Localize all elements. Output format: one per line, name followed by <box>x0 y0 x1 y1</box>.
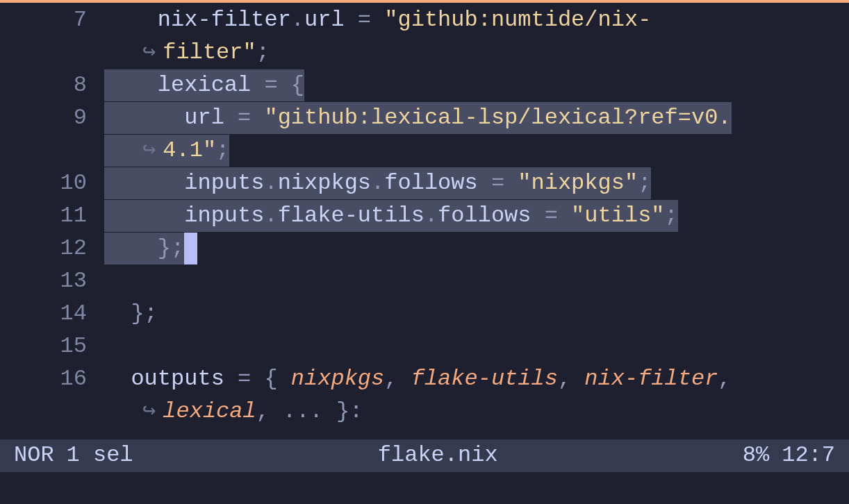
code-token <box>104 363 131 395</box>
code-token: ... <box>283 396 323 428</box>
code-line[interactable]: 13 <box>0 265 849 298</box>
code-token: url <box>184 102 238 134</box>
code-token: ; <box>256 37 270 69</box>
code-token <box>397 363 411 395</box>
code-line[interactable]: 8 lexical = { <box>0 69 849 102</box>
line-content[interactable]: outputs = { nixpkgs, flake-utils, nix-fi… <box>104 363 849 395</box>
code-token: { <box>264 363 277 395</box>
code-token: = <box>545 200 558 232</box>
code-token: , <box>558 363 571 395</box>
code-token <box>104 298 131 330</box>
code-token <box>251 102 264 134</box>
code-token: url <box>304 4 358 36</box>
code-token: ; <box>638 167 651 199</box>
code-token: nix-filter <box>158 4 291 36</box>
code-line[interactable]: 14 }; <box>0 298 849 330</box>
code-line[interactable]: 11 inputs.flake-utils.follows = "utils"; <box>0 200 849 233</box>
editor-mode: NOR <box>14 439 54 471</box>
code-token: = <box>264 69 277 101</box>
code-token <box>104 167 184 199</box>
code-token <box>104 4 158 36</box>
code-token <box>558 200 571 232</box>
line-content[interactable]: url = "github:lexical-lsp/lexical?ref=v0… <box>104 102 849 134</box>
line-content[interactable]: }; <box>104 298 849 330</box>
code-line[interactable]: 10 inputs.nixpkgs.follows = "nixpkgs"; <box>0 167 849 200</box>
code-token: inputs <box>184 200 264 232</box>
code-token: . <box>264 167 277 199</box>
code-token: { <box>291 69 304 101</box>
code-token: nix-filter <box>584 363 718 395</box>
wrap-indicator-icon: ↪ <box>104 396 163 428</box>
code-token: . <box>291 4 304 36</box>
code-token <box>104 200 184 232</box>
code-token: nixpkgs <box>291 363 384 395</box>
line-content[interactable]: ↪lexical, ... }: <box>104 396 849 428</box>
code-line[interactable]: ↪4.1"; <box>0 135 849 167</box>
code-token: , <box>256 396 270 428</box>
line-number: 10 <box>0 167 104 199</box>
code-line[interactable]: 15 <box>0 330 849 363</box>
line-number: 14 <box>0 298 104 330</box>
line-content[interactable]: ↪filter"; <box>104 37 849 69</box>
line-number: 11 <box>0 200 104 232</box>
code-token <box>278 69 291 101</box>
code-token: follows <box>438 200 545 232</box>
code-token: = <box>238 363 251 395</box>
status-bar: NOR 1 sel flake.nix 8% 12:7 <box>0 439 849 472</box>
line-number: 9 <box>0 102 104 134</box>
command-line-area[interactable] <box>0 472 849 504</box>
code-token: }; <box>131 298 157 330</box>
code-token: "nixpkgs" <box>518 167 638 199</box>
code-token: flake-utils <box>411 363 558 395</box>
code-token: 4.1" <box>163 135 216 167</box>
line-content[interactable]: }; <box>104 233 849 264</box>
code-token: filter" <box>163 37 256 69</box>
code-line[interactable]: 9 url = "github:lexical-lsp/lexical?ref=… <box>0 102 849 135</box>
code-token: } <box>158 233 171 264</box>
line-content[interactable]: nix-filter.url = "github:numtide/nix- <box>104 4 849 36</box>
code-token: = <box>238 102 251 134</box>
line-content[interactable]: ↪4.1"; <box>104 135 849 167</box>
code-token <box>504 167 518 199</box>
code-token <box>270 396 283 428</box>
code-token <box>278 363 291 395</box>
code-line[interactable]: 12 }; <box>0 233 849 265</box>
line-number: 13 <box>0 265 104 297</box>
code-line[interactable]: ↪lexical, ... }: <box>0 396 849 428</box>
line-number: 16 <box>0 363 104 395</box>
code-token: lexical <box>163 396 256 428</box>
selection-count: 1 sel <box>67 439 133 471</box>
line-content[interactable]: inputs.flake-utils.follows = "utils"; <box>104 200 849 232</box>
code-token: . <box>264 200 277 232</box>
scroll-percent: 8% <box>743 439 769 471</box>
code-token: . <box>424 200 438 232</box>
wrap-indicator-icon: ↪ <box>104 135 163 167</box>
code-token <box>251 363 264 395</box>
code-token: ; <box>216 135 229 167</box>
code-token <box>104 69 158 101</box>
filename: flake.nix <box>378 442 498 468</box>
code-token: = <box>358 4 371 36</box>
line-number: 15 <box>0 330 104 362</box>
code-token: ; <box>665 200 678 232</box>
code-token <box>571 363 584 395</box>
cursor-position: 12:7 <box>782 439 835 471</box>
code-token: lexical <box>158 69 265 101</box>
code-token: "utils" <box>571 200 664 232</box>
line-content[interactable]: inputs.nixpkgs.follows = "nixpkgs"; <box>104 167 849 199</box>
code-line[interactable]: 16 outputs = { nixpkgs, flake-utils, nix… <box>0 363 849 396</box>
code-token: ; <box>171 233 184 264</box>
cursor <box>184 233 197 264</box>
line-content[interactable]: lexical = { <box>104 69 849 101</box>
code-token: nixpkgs <box>278 167 371 199</box>
code-editor[interactable]: 7 nix-filter.url = "github:numtide/nix- … <box>0 3 849 428</box>
line-number: 7 <box>0 4 104 36</box>
code-line[interactable]: 7 nix-filter.url = "github:numtide/nix- <box>0 4 849 37</box>
code-token: follows <box>384 167 491 199</box>
code-token: . <box>371 167 384 199</box>
code-token: , <box>718 363 731 395</box>
code-line[interactable]: ↪filter"; <box>0 37 849 69</box>
code-token: "github:numtide/nix- <box>384 4 651 36</box>
code-token <box>104 102 184 134</box>
code-token: flake-utils <box>278 200 424 232</box>
